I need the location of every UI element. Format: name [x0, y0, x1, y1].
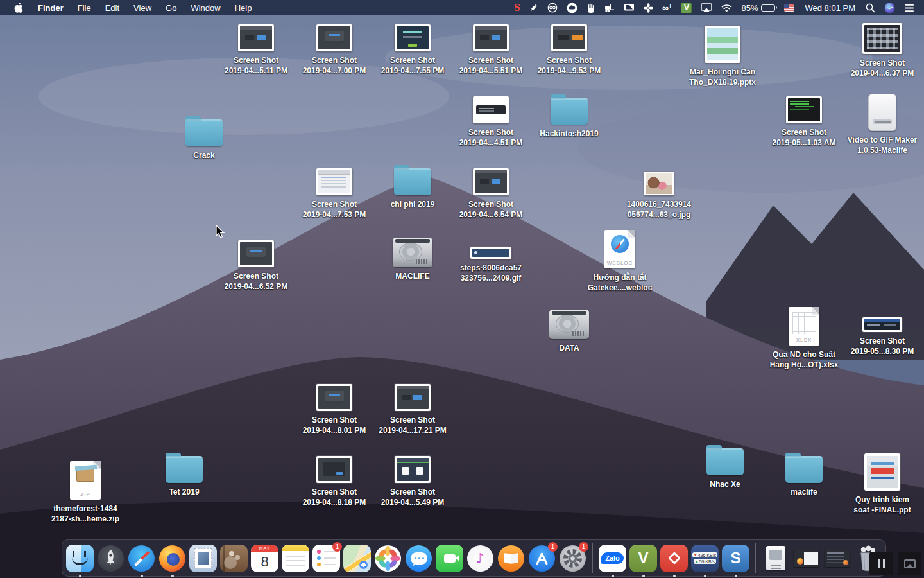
desktop-icon-folder-tet-2019[interactable]: Tet 2019 [136, 456, 232, 497]
screenshot-thumbnail-icon [395, 24, 431, 51]
dock-firefox[interactable] [158, 545, 186, 572]
dock-photos[interactable] [374, 545, 402, 572]
pause-button[interactable] [869, 552, 893, 575]
dock-separator [592, 543, 593, 573]
desktop-icon-screenshot[interactable]: Screen Shot 2019-04...9.53 PM [521, 24, 617, 76]
excel-file-icon: XLSX [789, 307, 819, 346]
v-app-status-icon[interactable]: V [676, 0, 696, 15]
sketch-status-icon[interactable]: S [509, 0, 525, 15]
screenshot-thumbnail-icon [551, 24, 587, 51]
folder-icon [706, 448, 744, 475]
display-status-icon[interactable] [619, 0, 639, 15]
dock-zalo[interactable]: Zalo [599, 545, 626, 572]
folder-icon [785, 456, 823, 483]
dock-launchpad[interactable] [97, 545, 124, 572]
zip-file-icon: ZIP [70, 461, 101, 500]
frame-button[interactable] [898, 552, 921, 575]
siri-icon[interactable] [880, 0, 900, 15]
dock-calendar[interactable]: MAY 8 [251, 545, 278, 572]
dock-appstore[interactable]: 1 [528, 545, 556, 572]
desktop-icon-folder-crack[interactable]: Crack [156, 119, 252, 161]
spotlight-icon[interactable] [861, 0, 880, 15]
dock-mail[interactable] [189, 545, 217, 572]
creative-cloud-icon[interactable] [543, 0, 562, 15]
dock-documents-stack[interactable] [762, 545, 789, 572]
battery-status[interactable]: 85% [737, 0, 780, 15]
desktop-icon-screenshot[interactable]: Screen Shot 2019-04...5.49 PM [364, 456, 461, 507]
dock-notes[interactable] [282, 545, 309, 572]
menu-window[interactable]: Window [184, 0, 227, 15]
dock-books[interactable] [497, 545, 525, 572]
dock-download-manager[interactable]: ▼436 KB/s ▲59 KB/s [691, 545, 719, 572]
desktop: Finder File Edit View Go Window Help S [0, 0, 924, 578]
screenshot-thumbnail-icon [473, 96, 509, 123]
desktop-icon-ppt[interactable]: Quy trinh kiem soat -FINAL.ppt [834, 453, 924, 515]
desktop-icon-pptx[interactable]: Mar_Hoi nghi Can Tho_DX18.19.pptx [674, 26, 771, 87]
desktop-icon-drive-data[interactable]: DATA [521, 310, 617, 353]
screenshot-thumbnail-icon [395, 384, 431, 411]
hard-drive-icon [549, 310, 589, 339]
dock-minimized-firefox-window[interactable] [792, 545, 820, 572]
dock-separator [755, 543, 756, 573]
dock: MAY 8 1 ♪ [62, 539, 886, 577]
screenshot-thumbnail-icon [473, 168, 509, 195]
dock-minimized-window[interactable] [823, 545, 851, 572]
input-source-flag-icon[interactable] [780, 0, 799, 15]
pause-icon [878, 559, 886, 568]
dock-snagit[interactable]: S [722, 545, 749, 572]
dock-finder[interactable] [66, 545, 94, 572]
desktop-icon-zip[interactable]: ZIP themeforest-1484 2187-sh...heme.zip [37, 461, 133, 524]
apple-menu-icon[interactable] [6, 3, 31, 13]
screenshot-thumbnail-icon [862, 317, 902, 332]
screenshot-thumbnail-icon [316, 384, 352, 411]
dock-facetime[interactable] [436, 545, 463, 572]
dock-reminders[interactable]: 1 [312, 545, 340, 572]
desktop-icon-screenshot[interactable]: Screen Shot 2019-05...8.30 PM [834, 317, 924, 356]
screenshot-thumbnail-icon [395, 456, 431, 483]
desktop-icon-screenshot[interactable]: Screen Shot 2019-04...17.21 PM [364, 384, 461, 435]
dock-v-app[interactable]: V [629, 545, 657, 572]
desktop-icon-screenshot[interactable]: Screen Shot 2019-04...6.37 PM [834, 23, 924, 78]
plug-status-icon[interactable] [525, 0, 543, 15]
infinity-status-icon[interactable]: ∞⁺ [658, 0, 676, 15]
forklift-status-icon[interactable] [599, 0, 619, 15]
wifi-status-icon[interactable] [717, 0, 737, 15]
desktop-icon-folder-hackintosh2019[interactable]: Hackintosh2019 [521, 98, 617, 139]
screenshot-thumbnail-icon [238, 24, 274, 51]
desktop-icon-disk-image[interactable]: Video to GIF Maker 1.0.53-Maclife [834, 94, 924, 155]
folder-icon [551, 98, 588, 125]
menu-help[interactable]: Help [228, 0, 259, 15]
cloud-sync-icon[interactable] [562, 0, 582, 15]
desktop-icon-screenshot[interactable]: Screen Shot 2019-04...6.52 PM [208, 240, 304, 292]
hard-drive-icon [393, 238, 432, 267]
notification-center-icon[interactable] [900, 0, 919, 15]
dock-red-diamond-app[interactable] [660, 545, 688, 572]
menu-file[interactable]: File [71, 0, 98, 15]
dock-itunes[interactable]: ♪ [466, 545, 494, 572]
desktop-icon-screenshot[interactable]: Screen Shot 2019-04...6.54 PM [443, 168, 539, 220]
dock-messages[interactable] [405, 545, 432, 572]
menu-clock[interactable]: Wed 8:01 PM [799, 0, 861, 15]
menu-edit[interactable]: Edit [98, 0, 126, 15]
webloc-file-icon: WEBLOC [604, 230, 635, 268]
menu-view[interactable]: View [126, 0, 158, 15]
screenshot-thumbnail-icon [473, 24, 509, 51]
airplay-status-icon[interactable] [696, 0, 717, 15]
fan-status-icon[interactable] [639, 0, 658, 15]
folder-icon [394, 168, 431, 195]
hand-status-icon[interactable] [582, 0, 599, 15]
dock-safari[interactable] [128, 545, 155, 572]
powerpoint-file-icon [705, 26, 740, 63]
menu-bar: Finder File Edit View Go Window Help S [0, 0, 924, 15]
menu-finder[interactable]: Finder [31, 0, 71, 15]
gif-thumbnail-icon [470, 247, 511, 259]
dock-contacts[interactable] [220, 545, 248, 572]
dock-maps[interactable] [343, 545, 371, 572]
menu-go[interactable]: Go [158, 0, 184, 15]
desktop-icon-gif[interactable]: steps-8006dca57 323756...2409.gif [443, 247, 539, 283]
dock-system-preferences[interactable]: 1 [559, 545, 586, 572]
screenshot-thumbnail-icon [786, 96, 822, 123]
desktop-icon-jpg[interactable]: 1400616_7433914 056774...63_o.jpg [611, 172, 707, 220]
powerpoint-file-icon [864, 453, 900, 491]
desktop-icon-webloc[interactable]: WEBLOC Hướng dẫn tắt Gatekee....webloc [572, 230, 668, 293]
